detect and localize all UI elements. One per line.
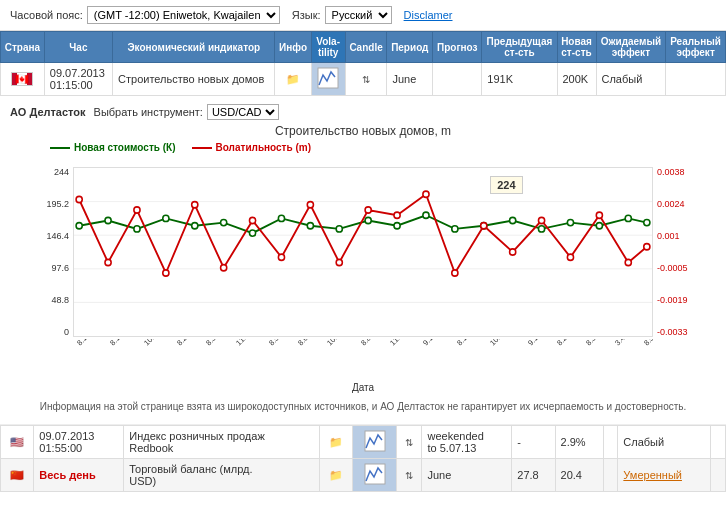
svg-point-38 <box>423 191 429 197</box>
chart-svg <box>74 168 652 336</box>
folder-icon[interactable]: 📁 <box>329 436 343 448</box>
candle-cell: ⇅ <box>345 63 387 96</box>
language-label: Язык: <box>292 9 321 21</box>
instrument-bar: АО Делтасток Выбрать инструмент: USD/CAD… <box>10 104 716 120</box>
svg-point-31 <box>221 265 227 271</box>
svg-point-40 <box>481 223 487 229</box>
country-cell: 🇺🇸 <box>1 426 34 459</box>
svg-point-26 <box>76 196 82 202</box>
svg-point-36 <box>365 207 371 213</box>
expected-effect-cell[interactable]: Умеренный <box>618 459 711 492</box>
svg-point-18 <box>452 226 458 232</box>
red-line-icon <box>192 147 212 149</box>
legend-red: Волатильность (m) <box>192 142 312 153</box>
svg-point-28 <box>134 207 140 213</box>
chart-container: 244 195.2 146.4 97.6 48.8 0 0.0038 0.002… <box>33 157 693 377</box>
period-cell: weekendedto 5.07.13 <box>422 426 512 459</box>
y-right-1: 0.0024 <box>657 199 693 209</box>
volatility-chart-icon <box>364 463 386 485</box>
time-cell: 09.07.2013 01:15:00 <box>44 63 112 96</box>
time-cell: Весь день <box>34 459 124 492</box>
candle-cell: ⇅ <box>397 426 422 459</box>
col-period: Период <box>387 32 433 63</box>
new-value-cell <box>603 426 618 459</box>
folder-icon[interactable]: 📁 <box>286 73 300 85</box>
chart-legend: Новая стоимость (К) Волатильность (m) <box>50 142 716 153</box>
tooltip-box: 224 <box>490 176 522 194</box>
col-info: Инфо <box>275 32 311 63</box>
indicator-cell: Строительство новых домов <box>113 63 275 96</box>
svg-point-35 <box>336 259 342 265</box>
forecast-cell: - <box>512 426 555 459</box>
svg-point-14 <box>336 226 342 232</box>
folder-icon[interactable]: 📁 <box>329 469 343 481</box>
info-cell: 📁 <box>319 459 352 492</box>
y-right-0: 0.0038 <box>657 167 693 177</box>
svg-point-23 <box>596 223 602 229</box>
disclaimer-link[interactable]: Disclamer <box>404 9 453 21</box>
sort-arrows: ⇅ <box>362 74 370 85</box>
period-cell: June <box>422 459 512 492</box>
table-row-us: 🇺🇸 09.07.2013 01:55:00 Индекс розничных … <box>1 426 726 459</box>
svg-point-9 <box>192 223 198 229</box>
svg-point-44 <box>596 212 602 218</box>
x-axis-title: Дата <box>73 382 653 393</box>
language-select[interactable]: Русский English <box>325 6 392 24</box>
y-right-2: 0.001 <box>657 231 693 241</box>
svg-point-6 <box>105 217 111 223</box>
legend-green-label: Новая стоимость (К) <box>74 142 176 153</box>
chart-inner: 224 <box>73 167 653 337</box>
svg-point-29 <box>163 270 169 276</box>
volatility-chart-icon <box>317 67 339 89</box>
new-value-cell <box>603 459 618 492</box>
col-indicator: Экономический индикатор <box>113 32 275 63</box>
real-effect-cell <box>711 459 726 492</box>
y-left-1: 195.2 <box>33 199 69 209</box>
svg-point-16 <box>394 223 400 229</box>
period-cell: June <box>387 63 433 96</box>
col-prev-value: Предыдущаяст-сть <box>482 32 557 63</box>
col-time: Час <box>44 32 112 63</box>
svg-point-42 <box>538 217 544 223</box>
table-row-cn: 🇨🇳 Весь день Торговый баланс (млрд.USD) … <box>1 459 726 492</box>
flag-us: 🇺🇸 <box>10 436 24 448</box>
forecast-cell: 27.8 <box>512 459 555 492</box>
timezone-select[interactable]: (GMT -12:00) Eniwetok, Kwajailen <box>87 6 280 24</box>
y-left-0: 244 <box>33 167 69 177</box>
col-volatility: Vola-tility <box>311 32 345 63</box>
volatility-cell[interactable] <box>353 459 397 492</box>
y-left-4: 48.8 <box>33 295 69 305</box>
forecast-cell <box>433 63 482 96</box>
volatility-cell[interactable] <box>353 426 397 459</box>
time-cell: 09.07.2013 01:55:00 <box>34 426 124 459</box>
svg-point-15 <box>365 217 371 223</box>
tooltip-value: 224 <box>497 179 515 191</box>
svg-point-39 <box>452 270 458 276</box>
svg-point-30 <box>192 202 198 208</box>
candle-cell: ⇅ <box>397 459 422 492</box>
svg-point-7 <box>134 226 140 232</box>
volatility-cell[interactable] <box>311 63 345 96</box>
new-value-cell: 200K <box>557 63 596 96</box>
chart-title: Строительство новых домов, m <box>10 124 716 138</box>
svg-point-43 <box>567 254 573 260</box>
svg-point-45 <box>625 259 631 265</box>
legend-green: Новая стоимость (К) <box>50 142 176 153</box>
sort-arrows: ⇅ <box>405 437 413 448</box>
svg-point-25 <box>644 219 650 225</box>
svg-point-10 <box>221 219 227 225</box>
prev-value-cell: 2.9% <box>555 426 603 459</box>
instrument-select[interactable]: USD/CAD EUR/USD GBP/USD <box>207 104 279 120</box>
svg-point-13 <box>307 223 313 229</box>
flag-cn: 🇨🇳 <box>10 469 24 481</box>
main-table: Страна Час Экономический индикатор Инфо … <box>0 31 726 96</box>
y-left-2: 146.4 <box>33 231 69 241</box>
svg-point-8 <box>163 215 169 221</box>
col-country: Страна <box>1 32 45 63</box>
info-cell: 📁 <box>319 426 352 459</box>
y-right-5: -0.0033 <box>657 327 693 337</box>
y-left-5: 0 <box>33 327 69 337</box>
prev-value-cell: 191K <box>482 63 557 96</box>
y-left-3: 97.6 <box>33 263 69 273</box>
col-candle: Candle <box>345 32 387 63</box>
